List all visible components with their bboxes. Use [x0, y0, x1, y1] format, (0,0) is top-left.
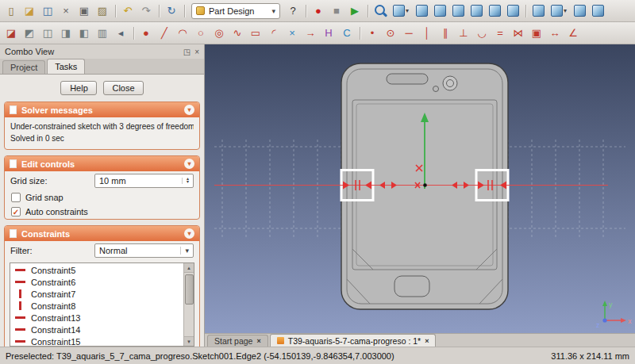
distance-constraint-icon[interactable]: ↔: [546, 25, 564, 42]
auto-constraints-checkbox[interactable]: ✓: [11, 207, 21, 216]
lock-constraint-icon[interactable]: ▣: [528, 25, 545, 42]
spinner-arrows-icon[interactable]: ▴▾: [182, 178, 189, 183]
collapse-section-icon[interactable]: ▾: [184, 228, 194, 239]
help-button[interactable]: Help: [60, 81, 97, 95]
perpendicular-constraint-icon[interactable]: ⊥: [455, 25, 472, 42]
macro-play-icon[interactable]: ▶: [346, 2, 364, 20]
measure-distance-icon[interactable]: [529, 2, 547, 20]
sketch-view-section-icon[interactable]: ▥: [94, 25, 111, 42]
rectangle-tool-icon[interactable]: ▭: [247, 25, 264, 42]
constraint-item[interactable]: Constraint14: [10, 324, 183, 335]
constraint-item[interactable]: Constraint7: [10, 288, 183, 300]
tab-project[interactable]: Project: [2, 60, 45, 74]
draw-style-icon[interactable]: [548, 2, 570, 20]
rear-view-icon[interactable]: [468, 2, 485, 20]
panel-tab-label: Project: [10, 63, 37, 72]
new-document-icon[interactable]: ▯: [2, 2, 20, 20]
constraint-item[interactable]: Constraint5: [10, 264, 183, 276]
solver-messages-header[interactable]: Solver messages ▾: [5, 102, 199, 117]
paste-icon[interactable]: ▨: [94, 2, 111, 20]
sketch-validate-icon[interactable]: ◧: [75, 25, 93, 42]
extend-tool-icon[interactable]: →: [302, 25, 319, 42]
macro-stop-icon[interactable]: ■: [328, 2, 345, 20]
point-on-object-constraint-icon[interactable]: ⊙: [382, 25, 399, 42]
conic-tool-icon[interactable]: ◎: [210, 25, 228, 42]
top-view-icon[interactable]: [431, 2, 448, 20]
parallel-constraint-icon[interactable]: ∥: [437, 25, 454, 42]
open-document-icon[interactable]: ◪: [21, 2, 38, 20]
sketch-edit-icon[interactable]: ◩: [21, 25, 38, 42]
axonometric-view-icon[interactable]: [390, 2, 412, 20]
camera-hole: [443, 76, 457, 90]
sketch-create-icon[interactable]: ◪: [2, 25, 20, 42]
constraint-list-scrollbar[interactable]: ▲ ▼: [183, 263, 194, 346]
equal-constraint-icon[interactable]: =: [491, 25, 509, 42]
undo-icon[interactable]: ↶: [119, 2, 137, 20]
cut-icon[interactable]: ×: [57, 2, 75, 20]
angle-constraint-icon[interactable]: ∠: [564, 25, 582, 42]
carbon-copy-icon[interactable]: C: [338, 25, 356, 42]
circle-tool-icon[interactable]: ○: [192, 25, 210, 42]
trim-tool-icon[interactable]: ×: [283, 25, 301, 42]
sketch-reorient-icon[interactable]: ◨: [57, 25, 75, 42]
constraint-label: Constraint8: [31, 301, 75, 311]
left-view-icon[interactable]: [504, 2, 521, 20]
document-tab-label: Start page: [214, 336, 252, 346]
tab-start-page[interactable]: Start page ×: [207, 335, 268, 347]
scroll-down-icon[interactable]: ▼: [184, 336, 194, 346]
refresh-icon[interactable]: ↻: [163, 2, 180, 20]
fillet-tool-icon[interactable]: ◜: [265, 25, 283, 42]
3d-viewport[interactable]: x y z: [205, 44, 635, 333]
box-zoom-icon[interactable]: [571, 2, 588, 20]
bottom-view-icon[interactable]: [486, 2, 503, 20]
constraint-item[interactable]: Constraint15: [10, 335, 183, 346]
solver-message[interactable]: Under-constrained sketch with 3 degrees …: [10, 121, 194, 132]
constraint-item[interactable]: Constraint13: [10, 312, 183, 324]
copy-icon[interactable]: ▣: [75, 2, 93, 20]
symmetric-constraint-icon[interactable]: ⋈: [510, 25, 527, 42]
workbench-selector[interactable]: Part Design ▾: [191, 3, 280, 19]
arc-tool-icon[interactable]: ◠: [174, 25, 191, 42]
scrollbar-thumb[interactable]: [185, 274, 194, 305]
front-view-icon[interactable]: [413, 2, 430, 20]
tab-close-icon[interactable]: ×: [256, 337, 260, 345]
close-button[interactable]: Close: [103, 81, 143, 95]
sketch-map-icon[interactable]: ◫: [39, 25, 56, 42]
macro-record-icon[interactable]: ●: [310, 2, 327, 20]
line-tool-icon[interactable]: ╱: [156, 25, 173, 42]
horizontal-constraint-icon[interactable]: ─: [400, 25, 418, 42]
constraint-item[interactable]: Constraint8: [10, 300, 183, 312]
grid-snap-checkbox[interactable]: [11, 193, 21, 202]
collapse-section-icon[interactable]: ▾: [184, 159, 194, 169]
undock-panel-icon[interactable]: ◳: [183, 48, 190, 56]
polyline-tool-icon[interactable]: ∿: [229, 25, 246, 42]
external-geometry-icon[interactable]: H: [320, 25, 337, 42]
save-icon[interactable]: ◫: [39, 2, 56, 20]
tab-close-icon[interactable]: ×: [425, 337, 429, 345]
constraint-filter-select[interactable]: Normal ▾: [94, 243, 194, 258]
right-view-icon[interactable]: [449, 2, 467, 20]
redo-icon[interactable]: ↷: [137, 2, 155, 20]
vertical-constraint-icon[interactable]: │: [418, 25, 436, 42]
coincident-constraint-icon[interactable]: •: [364, 25, 381, 42]
scroll-up-icon[interactable]: ▲: [184, 263, 194, 273]
sketch-leave-icon[interactable]: ◂: [112, 25, 129, 42]
tangent-constraint-icon[interactable]: ◡: [473, 25, 491, 42]
constraints-header[interactable]: Constraints ▾: [5, 226, 199, 241]
tab-tasks[interactable]: Tasks: [47, 59, 85, 74]
grid-size-input[interactable]: 10 mm ▴▾: [94, 174, 194, 188]
point-tool-icon[interactable]: ●: [137, 25, 155, 42]
tab-document[interactable]: T39-aquaris-5-7-cama-progreso : 1* ×: [270, 334, 437, 347]
fit-all-icon[interactable]: [371, 2, 389, 20]
close-panel-icon[interactable]: ×: [194, 48, 199, 56]
x-axis-label: x: [628, 317, 632, 325]
task-section-icon: [10, 105, 17, 114]
icon-glyph: │: [424, 28, 430, 38]
origin-point[interactable]: [423, 183, 427, 187]
edit-controls-header[interactable]: Edit controls ▾: [5, 156, 199, 171]
constraint-item[interactable]: Constraint6: [10, 276, 183, 288]
collapse-section-icon[interactable]: ▾: [184, 105, 194, 115]
whats-this-icon[interactable]: ?: [284, 2, 302, 20]
icon-glyph: ×: [289, 28, 295, 38]
sync-view-icon[interactable]: [589, 2, 606, 20]
